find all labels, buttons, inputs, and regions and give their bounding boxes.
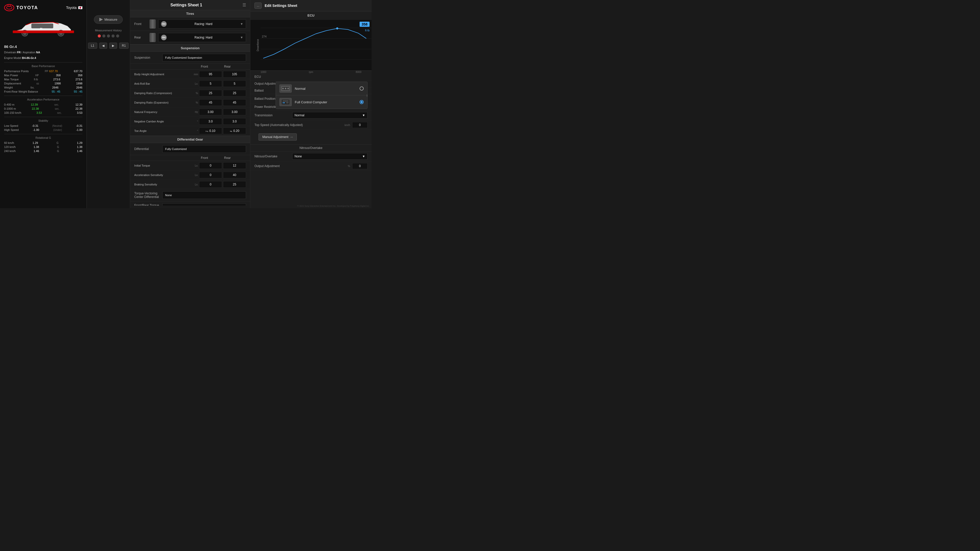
prev-button[interactable]: ◀ [99,43,107,49]
r1-button[interactable]: R1 [119,43,129,49]
transmission-dropdown-arrow: ▼ [362,114,365,117]
differential-select-row: Differential Fully Customized [130,143,250,155]
diff-col-unit [185,156,193,160]
braking-sensitivity-front[interactable]: 0 [199,181,222,188]
anti-roll-front[interactable]: 5 [199,80,222,87]
engine-model-value: B4-86-Gr.4 [22,56,36,59]
popup-next-arrow[interactable]: › [366,93,368,98]
damping-exp-rear[interactable]: 45 [223,99,246,106]
middle-panel: Measure Measurement History L1 ◀ ▶ R1 [87,0,130,208]
l1-button[interactable]: L1 [88,43,97,49]
displacement-value2: 1998 [76,82,82,85]
braking-sensitivity-rear[interactable]: 25 [223,181,246,188]
front-rear-dist-value: 0 : 100 [162,203,246,206]
history-dot-5[interactable] [116,35,119,38]
differential-value: Fully Customized [162,145,246,153]
top-speed-row: Top Speed (Automatically Adjusted) km/h … [250,121,372,130]
natural-freq-front[interactable]: 3.00 [199,109,222,115]
ecu-row-label: ECU [255,75,290,79]
damping-exp-unit: % [190,101,198,104]
rear-tire-row: Rear RH Racing: Hard ▼ [130,31,250,44]
normal-popup-item[interactable]: Normal [276,82,367,95]
max-power-value: 358 [56,74,60,77]
differential-label: Differential [134,147,160,151]
toe-front-value: 0.10 [209,129,215,133]
body-height-rear[interactable]: 105 [223,71,246,78]
weight-label: Weight [4,86,13,89]
more-button[interactable]: ... [255,3,262,9]
transmission-value: Normal [294,114,304,117]
normal-radio[interactable] [360,86,364,91]
accel-sensitivity-rear[interactable]: 40 [223,171,246,178]
diff-col-rear: Rear [216,156,239,160]
svg-rect-8 [13,30,74,33]
braking-sensitivity-unit: Lv. [190,183,198,186]
transmission-select[interactable]: Normal ▼ [292,112,368,119]
history-dot-1[interactable] [98,35,101,38]
accel-sensitivity-label: Acceleration Sensitivity [134,173,190,177]
svg-rect-22 [283,100,289,102]
anti-roll-rear[interactable]: 5 [223,80,246,87]
g60-value2: 1.29 [77,141,83,144]
displacement-row: Displacement cc 1998 1998 [4,81,83,86]
max-power-unit: HP [35,74,39,77]
neg-camber-front[interactable]: 3.0 [199,118,222,125]
settings-content: Tires Front RH Racing: Hard ▼ Rear RH Ra… [130,10,250,206]
triangle-icon [99,18,103,21]
toyota-flag: Toyota 🇯🇵 [66,6,83,10]
front-rear-dist-row: Front/Rear Torque Distribution 0 : 100 [130,201,250,206]
diff-header: Differential Gear [130,136,250,143]
damping-comp-rear[interactable]: 25 [223,90,246,97]
settings-header: Settings Sheet 1 ☰ [130,0,250,10]
damping-comp-front[interactable]: 25 [199,90,222,97]
toe-angle-front[interactable]: ▸▴ 0.10 [199,127,222,134]
torque-vectoring-value: None [162,191,246,199]
car-name: 86 Gr.4 [4,44,83,49]
toe-angle-row: Toe Angle ° ▸▴ 0.10 ◂▴ 0.20 [130,126,250,136]
g60-unit: G [56,141,59,144]
balance-row: Front-Rear Weight Balance 55 : 45 55 : 4… [4,89,83,94]
diff-col-front: Front [193,156,216,160]
manual-adj-label: Manual Adjustment [262,135,288,139]
body-height-label: Body Height Adjustment [134,73,190,76]
body-height-unit: mm [190,73,198,76]
measure-button[interactable]: Measure [94,15,123,24]
full-control-popup-label: Full Control Computer [295,100,356,104]
braking-sensitivity-label: Braking Sensitivity [134,183,190,186]
rear-tire-select[interactable]: RH Racing: Hard ▼ [158,33,246,42]
damping-exp-front[interactable]: 45 [199,99,222,106]
history-dot-3[interactable] [107,35,110,38]
history-dot-2[interactable] [102,35,105,38]
full-control-radio[interactable] [360,100,364,104]
max-torque-row: Max Torque ft·lb 273.6 273.6 [4,77,83,81]
g60-label: 60 km/h [4,141,14,144]
history-dot-4[interactable] [111,35,115,38]
front-tire-value: Racing: Hard [194,22,212,26]
rear-tire-dropdown-arrow: ▼ [240,36,243,39]
front-tire-select[interactable]: RH Racing: Hard ▼ [158,19,246,29]
car-image-container: 86 [4,14,83,42]
settings-menu-icon[interactable]: ☰ [242,3,246,7]
normal-popup-label: Normal [295,87,356,91]
v1000-label: 0-1000 m [4,107,16,110]
sprint-row: 100-150 km/h 3.53 sec. 3.53 [4,111,83,115]
accel-sensitivity-front[interactable]: 0 [199,171,222,178]
chart-val-274: 274 [262,35,266,38]
toe-angle-rear[interactable]: ◂▴ 0.20 [223,127,246,134]
chart-area: Downforce 274 358 ft·lb [250,20,372,71]
top-speed-value[interactable]: 0 [352,122,368,128]
body-height-front[interactable]: 95 [199,71,222,78]
nitrous-select[interactable]: None ▼ [292,153,368,160]
neg-camber-rear[interactable]: 3.0 [223,118,246,125]
suspension-select-row: Suspension Fully Customized Suspension [130,52,250,64]
pp-value2: 637.70 [74,70,83,73]
full-control-popup-item[interactable]: Full Control Computer [276,95,367,109]
initial-torque-front[interactable]: 0 [199,162,222,169]
right-panel-title: Edit Settings Sheet [265,3,298,8]
next-button[interactable]: ▶ [109,43,117,49]
manual-adjustment-button[interactable]: Manual Adjustment ··· [259,133,297,141]
natural-freq-rear[interactable]: 3.00 [223,109,246,115]
output-adj-nitrous-value[interactable]: 0 [352,163,368,169]
initial-torque-rear[interactable]: 12 [223,162,246,169]
torque-vectoring-label: Torque-Vectoring Center Differential [134,192,160,199]
